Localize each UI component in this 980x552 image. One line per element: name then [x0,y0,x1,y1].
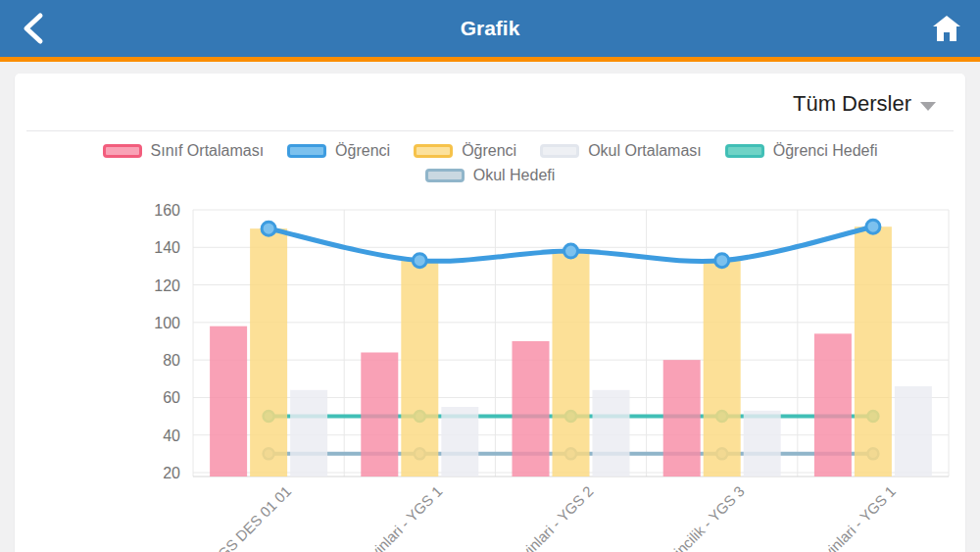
header: Grafik [0,0,980,57]
chart-bar[interactable] [401,261,438,477]
student-line-point[interactable] [564,244,578,258]
y-tick-label: 20 [163,465,180,481]
chart-bar[interactable] [704,261,741,477]
x-tick-label: 4 Yayinlari - YGS 1 [800,482,899,552]
chart-bar[interactable] [744,411,781,477]
home-icon [931,13,962,44]
chart-bar[interactable] [814,333,852,477]
page-title: Grafik [0,17,980,40]
chart-bar[interactable] [441,407,478,477]
chart-bar[interactable] [553,251,590,477]
student-line-point[interactable] [715,254,729,268]
chart-bar[interactable] [361,352,398,477]
y-tick-label: 120 [154,277,180,294]
y-tick-label: 160 [154,202,180,219]
y-tick-label: 80 [163,352,180,369]
chart-bar[interactable] [290,390,327,477]
header-accent-bar [0,57,980,62]
student-line-point[interactable] [262,222,275,235]
home-button[interactable] [925,7,968,50]
y-tick-label: 100 [154,315,180,331]
chart-bar[interactable] [855,226,892,477]
chart-card: Tüm Dersler Sınıf OrtalamasıÖğrenciÖğren… [15,74,965,552]
student-line-point[interactable] [866,220,880,233]
chart-bar[interactable] [250,228,287,477]
chart-bar[interactable] [210,326,247,477]
chart-bar[interactable] [663,360,701,477]
chart-bar[interactable] [895,386,932,477]
x-tick-label: it Yayinlari - YGS 1 [347,482,445,552]
x-tick-label: l - YGS DES 01 01 [196,482,294,552]
back-button[interactable] [12,7,55,50]
y-tick-label: 40 [163,427,180,444]
y-tick-label: 140 [154,239,180,256]
chart-bar[interactable] [513,341,550,477]
y-tick-label: 60 [163,389,180,406]
chart-canvas[interactable]: 20406080100120140160l - YGS DES 01 01it … [15,74,965,552]
chevron-left-icon [21,12,46,45]
x-tick-label: 1 Yayincilik - YGS 3 [645,482,748,552]
chart-bar[interactable] [593,390,630,477]
student-line-point[interactable] [413,254,426,268]
x-tick-label: f Yayinlari - YGS 2 [501,482,597,552]
